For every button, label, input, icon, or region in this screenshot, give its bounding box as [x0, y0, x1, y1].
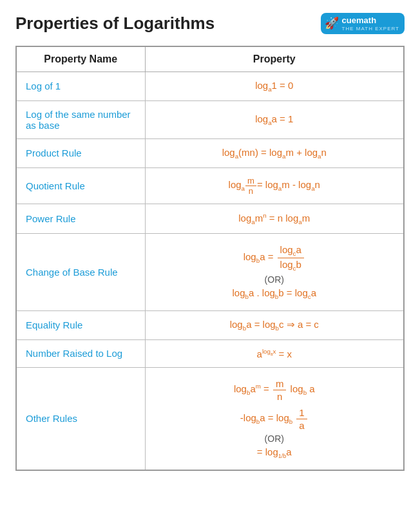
logo-badge: 🚀 cuemath THE MATH EXPERT — [321, 13, 405, 34]
row-name-logsame: Log of the same number as base — [16, 100, 145, 138]
formula-cob-line1: logba = logca logcb — [155, 244, 395, 272]
or-separator: (OR) — [155, 274, 395, 285]
row-formula-equality: logba = logbc ⇒ a = c — [145, 310, 404, 339]
page-header: Properties of Logarithms 🚀 cuemath THE M… — [15, 13, 405, 34]
logo-name: cuemath — [342, 15, 399, 26]
row-name-product: Product Rule — [16, 138, 145, 167]
table-row: Log of 1 loga1 = 0 — [16, 71, 404, 100]
row-formula-power: logamn = n logam — [145, 204, 404, 233]
table-row: Equality Rule logba = logbc ⇒ a = c — [16, 310, 404, 339]
table-row: Other Rules logbam = m n logb a -logba =… — [16, 367, 404, 470]
row-name-equality: Equality Rule — [16, 310, 145, 339]
row-formula-other: logbam = m n logb a -logba = logb 1 a (O… — [145, 367, 404, 470]
table-row: Log of the same number as base logaa = 1 — [16, 100, 404, 138]
other-rule-3: = log1/ba — [155, 446, 395, 459]
row-name-other: Other Rules — [16, 367, 145, 470]
table-row: Number Raised to Log alogax = x — [16, 339, 404, 367]
row-name-numraisedtolog: Number Raised to Log — [16, 339, 145, 367]
or-separator-2: (OR) — [155, 434, 395, 444]
row-name-power: Power Rule — [16, 204, 145, 233]
row-name-changeofbase: Change of Base Rule — [16, 233, 145, 310]
row-name-quotient: Quotient Rule — [16, 167, 145, 204]
properties-table: Property Name Property Log of 1 loga1 = … — [15, 46, 405, 471]
row-formula-log1: loga1 = 0 — [145, 71, 404, 100]
col-property-name: Property Name — [16, 46, 145, 72]
table-row: Change of Base Rule logba = logca logcb … — [16, 233, 404, 310]
row-formula-product: loga(mn) = logam + logan — [145, 138, 404, 167]
row-formula-logsame: logaa = 1 — [145, 100, 404, 138]
page-title: Properties of Logarithms — [15, 14, 215, 33]
other-rule-2: -logba = logb 1 a — [155, 407, 395, 431]
other-rule-1: logbam = m n logb a — [155, 378, 395, 402]
logo-tagline: THE MATH EXPERT — [342, 26, 399, 32]
logo-area: 🚀 cuemath THE MATH EXPERT — [321, 13, 405, 34]
table-row: Quotient Rule loga m n = logam - logan — [16, 167, 404, 204]
formula-cob-line2: logba . logbb = logca — [155, 287, 395, 300]
row-formula-quotient: loga m n = logam - logan — [145, 167, 404, 204]
row-name-log1: Log of 1 — [16, 71, 145, 100]
table-row: Product Rule loga(mn) = logam + logan — [16, 138, 404, 167]
col-property: Property — [145, 46, 404, 72]
rocket-icon: 🚀 — [325, 16, 339, 30]
row-formula-numraisedtolog: alogax = x — [145, 339, 404, 367]
table-row: Power Rule logamn = n logam — [16, 204, 404, 233]
row-formula-changeofbase: logba = logca logcb (OR) logba . logbb =… — [145, 233, 404, 310]
